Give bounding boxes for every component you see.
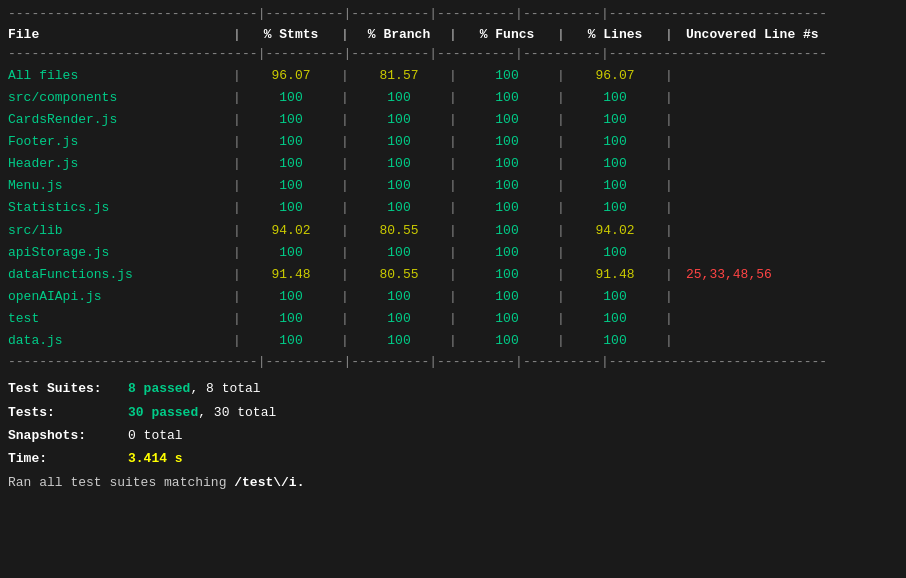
row-lines: 100 (570, 88, 660, 108)
row-funcs: 100 (462, 110, 552, 130)
row-stmts: 94.02 (246, 221, 336, 241)
header-divider: --------------------------------|-------… (8, 44, 898, 65)
row-uncovered (678, 88, 898, 108)
bottom-divider: --------------------------------|-------… (8, 352, 898, 373)
row-stmts: 100 (246, 198, 336, 218)
row-branch: 100 (354, 154, 444, 174)
table-row: src/lib | 94.02 | 80.55 | 100 | 94.02 | (8, 220, 898, 242)
row-lines: 100 (570, 331, 660, 351)
table-row: dataFunctions.js | 91.48 | 80.55 | 100 |… (8, 264, 898, 286)
tests-comma: , (198, 405, 214, 420)
row-branch: 100 (354, 198, 444, 218)
row-funcs: 100 (462, 243, 552, 263)
row-uncovered (678, 331, 898, 351)
row-file: CardsRender.js (8, 110, 228, 130)
tests-value: 30 passed, 30 total (128, 401, 276, 424)
summary-section: Test Suites: 8 passed, 8 total Tests: 30… (8, 377, 898, 471)
row-funcs: 100 (462, 154, 552, 174)
ran-pattern: /test\/i. (234, 475, 304, 490)
row-file: openAIApi.js (8, 287, 228, 307)
suites-total: 8 total (206, 381, 261, 396)
row-lines: 100 (570, 198, 660, 218)
row-file: Header.js (8, 154, 228, 174)
row-uncovered (678, 154, 898, 174)
row-stmts: 100 (246, 287, 336, 307)
time-number: 3.414 s (128, 451, 183, 466)
row-stmts: 100 (246, 331, 336, 351)
time-row: Time: 3.414 s (8, 447, 898, 470)
row-uncovered: 25,33,48,56 (678, 265, 898, 285)
row-funcs: 100 (462, 331, 552, 351)
row-branch: 80.55 (354, 265, 444, 285)
row-funcs: 100 (462, 221, 552, 241)
row-branch: 100 (354, 110, 444, 130)
row-lines: 100 (570, 110, 660, 130)
header-uncovered: Uncovered Line #s (678, 27, 898, 42)
row-funcs: 100 (462, 287, 552, 307)
row-branch: 100 (354, 331, 444, 351)
table-row: apiStorage.js | 100 | 100 | 100 | 100 | (8, 242, 898, 264)
row-uncovered (678, 198, 898, 218)
suites-passed: 8 passed (128, 381, 190, 396)
snapshots-row: Snapshots: 0 total (8, 424, 898, 447)
row-lines: 100 (570, 309, 660, 329)
row-lines: 100 (570, 176, 660, 196)
row-file: Footer.js (8, 132, 228, 152)
row-lines: 91.48 (570, 265, 660, 285)
row-branch: 100 (354, 243, 444, 263)
tests-passed: 30 passed (128, 405, 198, 420)
row-funcs: 100 (462, 88, 552, 108)
row-stmts: 100 (246, 132, 336, 152)
table-row: Statistics.js | 100 | 100 | 100 | 100 | (8, 197, 898, 219)
table-row: test | 100 | 100 | 100 | 100 | (8, 308, 898, 330)
table-row: data.js | 100 | 100 | 100 | 100 | (8, 330, 898, 352)
row-stmts: 100 (246, 110, 336, 130)
ran-line: Ran all test suites matching /test\/i. (8, 475, 898, 490)
row-file: src/components (8, 88, 228, 108)
row-stmts: 100 (246, 154, 336, 174)
row-lines: 100 (570, 243, 660, 263)
header-file: File (8, 27, 228, 42)
row-branch: 100 (354, 176, 444, 196)
tests-label: Tests: (8, 401, 128, 424)
coverage-table: --------------------------------|-------… (8, 4, 898, 373)
row-uncovered (678, 110, 898, 130)
tests-total: 30 total (214, 405, 276, 420)
table-row: Menu.js | 100 | 100 | 100 | 100 | (8, 175, 898, 197)
suites-label: Test Suites: (8, 377, 128, 400)
table-row: openAIApi.js | 100 | 100 | 100 | 100 | (8, 286, 898, 308)
row-stmts: 100 (246, 176, 336, 196)
tests-row: Tests: 30 passed, 30 total (8, 401, 898, 424)
row-lines: 94.02 (570, 221, 660, 241)
row-file: apiStorage.js (8, 243, 228, 263)
row-stmts: 100 (246, 309, 336, 329)
row-branch: 81.57 (354, 66, 444, 86)
row-funcs: 100 (462, 132, 552, 152)
ran-text: Ran all test suites matching (8, 475, 234, 490)
row-file: test (8, 309, 228, 329)
row-funcs: 100 (462, 198, 552, 218)
table-row: Footer.js | 100 | 100 | 100 | 100 | (8, 131, 898, 153)
row-file: Menu.js (8, 176, 228, 196)
row-branch: 100 (354, 309, 444, 329)
row-stmts: 91.48 (246, 265, 336, 285)
row-uncovered (678, 221, 898, 241)
row-funcs: 100 (462, 309, 552, 329)
header-lines: % Lines (570, 27, 660, 42)
row-funcs: 100 (462, 176, 552, 196)
row-uncovered (678, 132, 898, 152)
row-uncovered (678, 243, 898, 263)
table-body: All files | 96.07 | 81.57 | 100 | 96.07 … (8, 65, 898, 353)
row-uncovered (678, 176, 898, 196)
row-lines: 96.07 (570, 66, 660, 86)
table-row: CardsRender.js | 100 | 100 | 100 | 100 | (8, 109, 898, 131)
row-branch: 80.55 (354, 221, 444, 241)
row-file: Statistics.js (8, 198, 228, 218)
snapshots-label: Snapshots: (8, 424, 128, 447)
table-header: File | % Stmts | % Branch | % Funcs | % … (8, 25, 898, 44)
row-uncovered (678, 287, 898, 307)
row-file: data.js (8, 331, 228, 351)
top-divider: --------------------------------|-------… (8, 4, 898, 25)
suites-row: Test Suites: 8 passed, 8 total (8, 377, 898, 400)
header-branch: % Branch (354, 27, 444, 42)
